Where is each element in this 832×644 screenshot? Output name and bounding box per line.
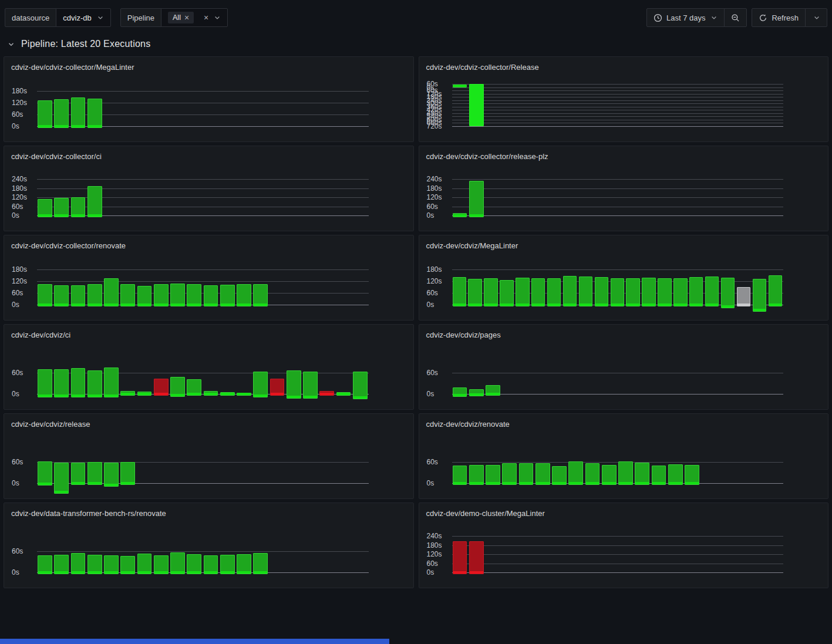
bar[interactable] [204, 285, 218, 306]
bar[interactable] [187, 379, 201, 396]
bar[interactable] [87, 370, 102, 397]
bar[interactable] [71, 97, 86, 128]
bar[interactable] [453, 85, 467, 87]
bar[interactable] [54, 99, 69, 128]
bar[interactable] [705, 277, 719, 306]
bar[interactable] [453, 213, 467, 217]
bar[interactable] [673, 278, 687, 306]
panel-title[interactable]: cdviz-dev/cdviz/ci [11, 331, 70, 339]
panel-title[interactable]: cdviz-dev/cdviz/release [11, 420, 90, 429]
bar[interactable] [154, 555, 169, 574]
bar[interactable] [453, 277, 466, 306]
bar[interactable] [500, 280, 513, 306]
bar[interactable] [253, 372, 268, 397]
pipeline-select[interactable]: All × × [161, 8, 228, 27]
bar[interactable] [469, 465, 484, 485]
panel-title[interactable]: cdviz-dev/cdviz/pages [426, 331, 501, 339]
bar[interactable] [253, 284, 268, 306]
panel-title[interactable]: cdviz-dev/cdviz-collector/release-plz [426, 152, 548, 161]
bar[interactable] [319, 391, 334, 396]
bar[interactable] [502, 463, 517, 485]
bar[interactable] [87, 462, 102, 485]
panel-title[interactable]: cdviz-dev/cdviz-collector/renovate [11, 241, 126, 250]
bar[interactable] [563, 276, 577, 306]
bar[interactable] [154, 379, 169, 396]
bar[interactable] [87, 555, 102, 574]
bar[interactable] [71, 553, 86, 574]
bar[interactable] [170, 284, 185, 306]
bar[interactable] [120, 284, 135, 306]
bar[interactable] [137, 392, 152, 396]
bar[interactable] [38, 284, 52, 306]
bar[interactable] [453, 541, 467, 574]
panel-title[interactable]: cdviz-dev/cdviz-collector/Release [426, 63, 539, 72]
bar[interactable] [220, 392, 235, 396]
bar[interactable] [689, 277, 703, 306]
bar[interactable] [611, 278, 624, 306]
bar[interactable] [237, 554, 251, 574]
bar[interactable] [104, 367, 119, 397]
bar[interactable] [270, 379, 285, 396]
datasource-select[interactable]: cdviz-db [56, 8, 110, 27]
bar[interactable] [469, 181, 484, 217]
bar[interactable] [237, 393, 251, 396]
bar[interactable] [453, 387, 467, 397]
bar[interactable] [120, 556, 135, 574]
bar[interactable] [635, 463, 649, 485]
bar[interactable] [237, 284, 251, 306]
bar[interactable] [38, 100, 52, 128]
bar[interactable] [579, 277, 592, 306]
bar[interactable] [38, 461, 52, 485]
bar[interactable] [87, 284, 102, 306]
bar[interactable] [54, 555, 69, 574]
bar[interactable] [618, 461, 633, 485]
bar[interactable] [486, 385, 500, 396]
panel-title[interactable]: cdviz-dev/cdviz-collector/MegaLinter [11, 63, 134, 72]
bar[interactable] [336, 392, 351, 396]
panel-title[interactable]: cdviz-dev/cdviz/MegaLinter [426, 241, 518, 250]
bar[interactable] [54, 369, 69, 397]
bar[interactable] [71, 463, 86, 485]
bar[interactable] [668, 464, 683, 485]
bar[interactable] [652, 466, 666, 485]
zoom-out-button[interactable] [724, 8, 747, 27]
bar[interactable] [685, 465, 699, 485]
remove-tag-icon[interactable]: × [184, 14, 189, 22]
row-header[interactable]: Pipeline: Latest 20 Executions [0, 27, 832, 55]
bar[interactable] [54, 285, 69, 306]
time-range-button[interactable]: Last 7 days [646, 8, 725, 27]
bar[interactable] [104, 463, 119, 487]
bar[interactable] [602, 465, 617, 485]
bar[interactable] [137, 554, 152, 574]
bar[interactable] [204, 555, 218, 574]
pipeline-chip-all[interactable]: All × [168, 12, 194, 23]
bar[interactable] [737, 287, 750, 306]
bar[interactable] [120, 391, 135, 396]
bar[interactable] [453, 466, 467, 485]
bar[interactable] [154, 284, 169, 306]
bar[interactable] [568, 461, 583, 485]
bar[interactable] [585, 463, 600, 485]
bar[interactable] [468, 279, 481, 306]
bar[interactable] [170, 552, 185, 574]
bar[interactable] [769, 275, 782, 306]
bar[interactable] [469, 389, 484, 396]
bar[interactable] [87, 99, 102, 128]
bar[interactable] [753, 279, 766, 312]
panel-title[interactable]: cdviz-dev/cdviz/renovate [426, 420, 510, 429]
bar[interactable] [104, 555, 119, 574]
bar[interactable] [170, 377, 185, 397]
bar[interactable] [204, 391, 218, 396]
clear-selection-icon[interactable]: × [204, 14, 208, 22]
bar[interactable] [38, 199, 52, 217]
bar[interactable] [187, 284, 201, 306]
bar[interactable] [187, 554, 201, 574]
bar[interactable] [54, 463, 69, 494]
panel-title[interactable]: cdviz-dev/demo-cluster/MegaLinter [426, 509, 545, 518]
bar[interactable] [38, 555, 52, 574]
bar[interactable] [104, 278, 119, 306]
bar[interactable] [516, 278, 529, 306]
bar[interactable] [469, 84, 484, 126]
bar[interactable] [137, 286, 152, 306]
bar[interactable] [484, 278, 497, 306]
